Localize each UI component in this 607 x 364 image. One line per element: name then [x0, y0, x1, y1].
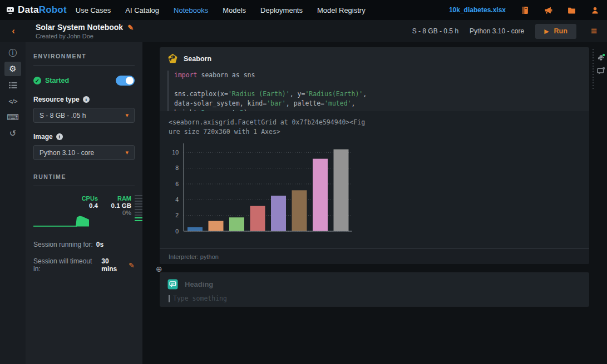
- robot-icon: [6, 6, 15, 15]
- resource-summary: S - 8 GB - 0.5 h: [412, 27, 458, 35]
- run-button[interactable]: ▶ Run: [535, 24, 576, 39]
- edit-timeout-icon[interactable]: ✎: [129, 261, 135, 270]
- image-select[interactable]: Python 3.10 - core ▾: [33, 145, 135, 160]
- image-summary: Python 3.10 - core: [470, 27, 524, 35]
- left-icon-rail: ⓘ ⚙ </> ⌨ ↺: [0, 42, 26, 364]
- megaphone-icon[interactable]: [544, 6, 552, 14]
- image-info-icon[interactable]: i: [56, 133, 63, 140]
- logo-text: DataRobot: [18, 4, 67, 16]
- back-button[interactable]: ‹: [2, 26, 24, 37]
- svg-text:6: 6: [175, 181, 179, 187]
- cell-title: Seaborn: [184, 55, 211, 63]
- svg-text:10: 10: [172, 149, 179, 156]
- markdown-placeholder[interactable]: Type something: [173, 295, 227, 302]
- interpreter-label: Interpreter: python: [169, 253, 219, 260]
- play-icon: ▶: [544, 28, 549, 35]
- nav-menu: Use CasesAI CatalogNotebooksModelsDeploy…: [76, 6, 366, 14]
- book-icon[interactable]: [521, 6, 529, 14]
- nav-item-notebooks[interactable]: Notebooks: [174, 6, 208, 14]
- code-icon[interactable]: </>: [4, 94, 21, 108]
- image-label: Image: [33, 133, 53, 141]
- session-running-label: Session running for:: [33, 241, 93, 248]
- cpus-value: 0.4: [60, 202, 98, 209]
- nav-item-use-cases[interactable]: Use Cases: [76, 6, 111, 14]
- runtime-metrics: CPUs 0.4 RAM 0.1 GB 0%: [33, 195, 135, 232]
- resource-type-label: Resource type: [33, 96, 80, 103]
- session-timeout-label: Session will timeout in:: [33, 257, 98, 273]
- status-label: Started: [45, 77, 69, 84]
- cpus-label: CPUs: [60, 195, 98, 202]
- nav-item-ai-catalog[interactable]: AI Catalog: [125, 6, 159, 14]
- folder-icon[interactable]: [567, 6, 576, 14]
- page-title: Solar System Notebook: [36, 23, 123, 32]
- ram-label: RAM: [99, 195, 131, 202]
- datarobot-logo[interactable]: DataRobot: [6, 4, 67, 16]
- markdown-cell-title: Heading: [185, 280, 213, 288]
- cell-output: <seaborn.axisgrid.FacettGrid at 0x7fb24e…: [160, 111, 589, 248]
- ram-usage-gauge: [135, 195, 142, 222]
- environment-panel: ENVIRONMENT ✓ Started Resource typei S -…: [26, 42, 142, 364]
- list-icon[interactable]: [4, 78, 21, 92]
- svg-text:0: 0: [175, 228, 179, 235]
- bar-chart: 0246810: [169, 142, 358, 241]
- markdown-cell-indicator-icon[interactable]: [596, 67, 605, 76]
- status-check-icon: ✓: [33, 77, 41, 84]
- nav-item-models[interactable]: Models: [223, 6, 246, 14]
- interpreter-bar: Interpreter: python: [160, 248, 589, 264]
- python-cell-icon: [167, 53, 178, 64]
- divider: [33, 65, 135, 66]
- user-icon[interactable]: [591, 6, 599, 14]
- ram-value: 0.1 GB: [99, 202, 131, 209]
- nav-item-model-registry[interactable]: Model Registry: [317, 6, 366, 14]
- file-link[interactable]: 10k_diabetes.xlsx: [449, 6, 506, 14]
- text-cursor: [169, 295, 170, 302]
- history-icon[interactable]: ↺: [4, 126, 21, 141]
- runtime-section-title: RUNTIME: [33, 173, 135, 180]
- created-by: Created by John Doe: [36, 33, 134, 39]
- session-running-value: 0s: [96, 241, 103, 248]
- info-icon[interactable]: ⓘ: [4, 46, 21, 60]
- notebook-header: ‹ Solar System Notebook✎ Created by John…: [0, 20, 607, 42]
- markdown-cell-heading[interactable]: Heading Type something: [160, 272, 589, 307]
- svg-text:8: 8: [175, 164, 179, 171]
- output-repr-text: <seaborn.axisgrid.FacettGrid at 0x7fb24e…: [169, 118, 581, 137]
- keyboard-icon[interactable]: ⌨: [4, 110, 21, 124]
- resource-type-select[interactable]: S - 8 GB - .05 h ▾: [33, 108, 135, 123]
- svg-text:4: 4: [175, 196, 179, 203]
- session-timeout-value: 30 mins: [101, 257, 125, 273]
- ram-percent: 0%: [99, 210, 131, 216]
- python-cell-indicator-icon[interactable]: [596, 53, 605, 62]
- markdown-cell-icon: [167, 279, 178, 290]
- chevron-down-icon: ▾: [125, 149, 129, 156]
- cpu-usage-sparkline: [33, 214, 91, 227]
- notebook-canvas: Seaborn import seaborn as sns sns.catplo…: [142, 42, 607, 364]
- environment-section-title: ENVIRONMENT: [33, 53, 135, 59]
- svg-text:2: 2: [175, 212, 179, 218]
- menu-icon[interactable]: ≡: [588, 25, 600, 37]
- nav-item-deployments[interactable]: Deployments: [260, 6, 303, 14]
- environment-toggle[interactable]: [116, 76, 135, 86]
- resource-type-info-icon[interactable]: i: [83, 96, 90, 103]
- top-nav: DataRobot Use CasesAI CatalogNotebooksMo…: [0, 0, 607, 20]
- edit-title-icon[interactable]: ✎: [127, 23, 134, 32]
- code-cell-seaborn[interactable]: Seaborn import seaborn as sns sns.catplo…: [160, 47, 589, 264]
- divider: [33, 186, 135, 186]
- gear-icon[interactable]: ⚙: [4, 62, 21, 76]
- chevron-down-icon: ▾: [125, 112, 129, 119]
- cell-minimap[interactable]: [593, 49, 594, 89]
